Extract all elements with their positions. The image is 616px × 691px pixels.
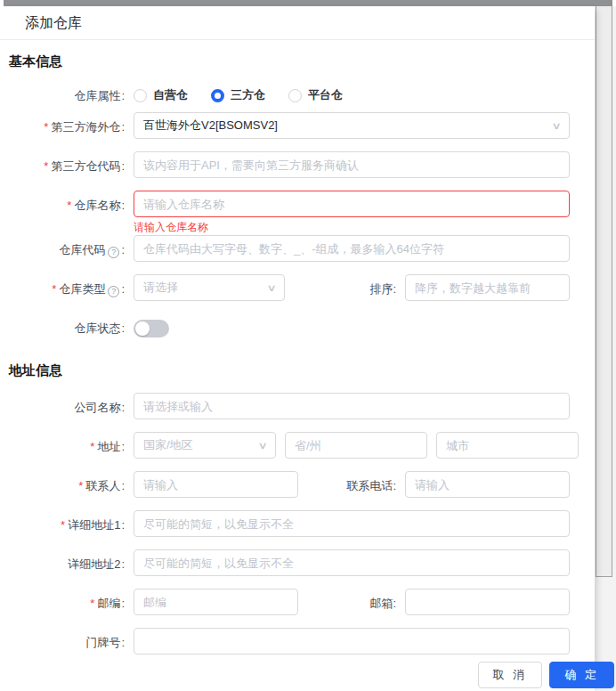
field-label: 公司名称:	[9, 393, 125, 416]
house-number-input[interactable]	[134, 628, 570, 654]
label-text: 门牌号	[85, 636, 120, 649]
warehouse-name-error: 请输入仓库名称	[134, 220, 570, 234]
radio-third-party-warehouse[interactable]: 三方仓	[211, 87, 265, 103]
warehouse-name-input[interactable]	[134, 191, 570, 217]
required-mark: *	[52, 282, 56, 296]
help-icon[interactable]: ?	[108, 247, 119, 258]
required-mark: *	[90, 440, 94, 453]
label-colon: :	[393, 597, 396, 610]
field-label: 仓库代码?:	[9, 235, 125, 258]
field-label: *联系人:	[9, 471, 125, 494]
radio-platform-warehouse[interactable]: 平台仓	[288, 87, 343, 103]
radio-label: 三方仓	[231, 87, 265, 103]
dialog-body: 基本信息 仓库属性: 自营仓 三方仓 平台仓	[0, 53, 595, 654]
field-row-warehouse-code: 仓库代码?:	[9, 235, 570, 262]
label-text: 邮编	[97, 597, 120, 610]
field-row-warehouse-attr: 仓库属性: 自营仓 三方仓 平台仓	[9, 86, 570, 104]
field-row-warehouse-status: 仓库状态:	[9, 318, 570, 337]
label-colon: :	[121, 282, 125, 296]
warehouse-status-toggle[interactable]	[134, 320, 169, 337]
radio-label: 平台仓	[308, 87, 343, 103]
country-select[interactable]: 国家/地区 ∨	[134, 432, 276, 459]
help-icon[interactable]: ?	[108, 286, 119, 297]
field-row-contact: *联系人: 联系电话:	[9, 471, 570, 498]
label-text: 公司名称	[74, 401, 120, 414]
label-colon: :	[121, 557, 125, 571]
required-mark: *	[78, 479, 83, 492]
label-colon: :	[121, 636, 125, 649]
address1-input[interactable]	[134, 510, 570, 537]
section-title-address: 地址信息	[9, 362, 570, 379]
email-label: 邮箱:	[298, 589, 405, 612]
field-label: *仓库类型?:	[9, 274, 125, 297]
field-label: *第三方仓代码:	[9, 151, 125, 175]
dialog-footer: 取 消 确 定	[478, 662, 614, 688]
state-input[interactable]	[285, 432, 427, 459]
field-row-address2: 详细地址2:	[9, 549, 570, 576]
chevron-down-icon: ∨	[551, 120, 561, 132]
label-colon: :	[393, 282, 396, 296]
label-text: 第三方海外仓	[51, 120, 120, 134]
third-party-warehouse-select[interactable]: 百世海外仓V2[BSOMSV2] ∨	[134, 112, 570, 139]
label-colon: :	[121, 440, 125, 453]
dialog-title: 添加仓库	[0, 6, 595, 40]
label-colon: :	[121, 479, 125, 492]
warehouse-type-select[interactable]: 请选择 ∨	[134, 274, 285, 301]
email-input[interactable]	[405, 589, 570, 615]
horizontal-scrollbar[interactable]	[4, 0, 612, 6]
field-label: 仓库属性:	[9, 86, 125, 104]
field-row-warehouse-type-sort: *仓库类型?: 请选择 ∨ 排序:	[9, 274, 570, 301]
required-mark: *	[90, 597, 94, 610]
contact-phone-label: 联系电话:	[298, 471, 405, 494]
select-value: 百世海外仓V2[BSOMSV2]	[143, 118, 278, 134]
page: 添加仓库 基本信息 仓库属性: 自营仓 三方仓	[0, 0, 616, 691]
sort-input[interactable]	[405, 274, 570, 301]
required-mark: *	[61, 518, 65, 532]
company-name-input[interactable]	[134, 393, 570, 419]
field-row-company-name: 公司名称:	[9, 393, 570, 419]
label-colon: :	[121, 518, 125, 532]
label-text: 仓库代码	[59, 243, 105, 256]
field-label: 详细地址2:	[9, 549, 125, 573]
label-colon: :	[121, 120, 125, 134]
toggle-knob	[135, 321, 150, 336]
select-placeholder: 请选择	[143, 280, 178, 296]
field-label: *邮编:	[9, 589, 125, 612]
field-row-third-party-warehouse: *第三方海外仓: 百世海外仓V2[BSOMSV2] ∨	[9, 112, 570, 139]
field-row-address1: *详细地址1:	[9, 510, 570, 537]
warehouse-code-input[interactable]	[134, 235, 570, 262]
chevron-down-icon: ∨	[257, 440, 267, 451]
label-text: 详细地址2	[68, 557, 120, 571]
field-row-zip-email: *邮编: 邮箱:	[9, 589, 570, 615]
confirm-button[interactable]: 确 定	[549, 662, 614, 688]
select-placeholder: 国家/地区	[143, 437, 193, 453]
vertical-scrollbar[interactable]	[596, 6, 612, 577]
label-colon: :	[121, 321, 125, 335]
add-warehouse-dialog: 添加仓库 基本信息 仓库属性: 自营仓 三方仓	[0, 6, 595, 691]
city-input[interactable]	[436, 432, 579, 459]
contact-phone-input[interactable]	[405, 471, 570, 498]
label-text: 详细地址1	[68, 518, 120, 532]
label-text: 第三方仓代码	[51, 159, 120, 173]
field-label: *地址:	[9, 432, 125, 455]
label-text: 仓库名称	[74, 199, 120, 212]
contact-input[interactable]	[134, 471, 298, 498]
label-colon: :	[393, 479, 396, 492]
radio-self-warehouse[interactable]: 自营仓	[134, 87, 188, 103]
field-label: *仓库名称:	[9, 191, 125, 214]
label-text: 仓库属性	[74, 89, 120, 102]
cancel-button[interactable]: 取 消	[478, 662, 543, 688]
address2-input[interactable]	[134, 549, 570, 576]
required-mark: *	[44, 159, 48, 173]
label-colon: :	[121, 199, 125, 212]
field-label: *详细地址1:	[9, 510, 125, 533]
radio-checked-icon	[211, 89, 224, 102]
label-text: 地址	[97, 440, 120, 453]
field-row-house-number: 门牌号:	[9, 628, 570, 654]
label-colon: :	[121, 401, 125, 414]
radio-icon	[134, 89, 147, 102]
section-title-basic: 基本信息	[9, 53, 570, 70]
third-party-code-input[interactable]	[134, 151, 570, 178]
label-colon: :	[121, 597, 125, 610]
zip-input[interactable]	[134, 589, 298, 615]
